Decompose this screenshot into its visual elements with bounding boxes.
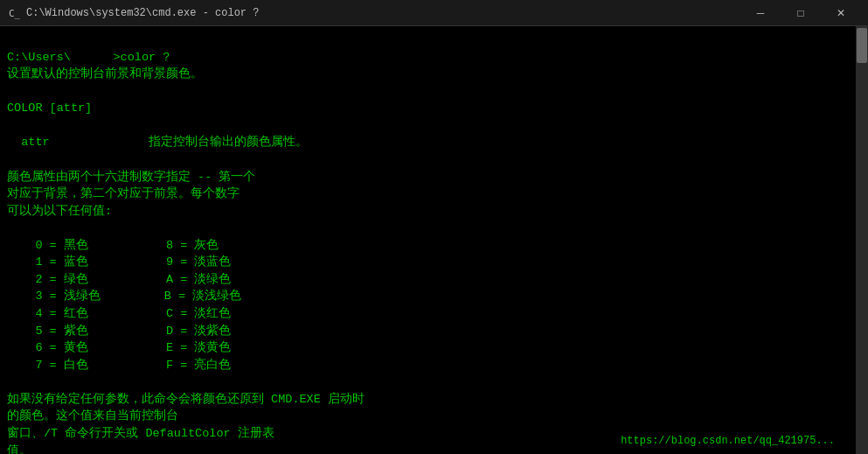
terminal-line-12: 4 = 红色 C = 淡红色 xyxy=(7,307,231,320)
terminal-line-9: 1 = 蓝色 9 = 淡蓝色 xyxy=(7,255,231,269)
app-icon: C_ xyxy=(7,6,21,20)
terminal-line-3: COLOR [attr] xyxy=(7,101,92,115)
terminal-line-11: 3 = 浅绿色 B = 淡浅绿色 xyxy=(7,290,241,303)
terminal-line-2: 设置默认的控制台前景和背景颜色。 xyxy=(7,67,203,80)
scrollbar-thumb[interactable] xyxy=(857,28,867,63)
terminal-line-13: 5 = 紫色 D = 淡紫色 xyxy=(7,325,231,338)
window-title: C:\Windows\system32\cmd.exe - color ? xyxy=(26,7,740,19)
terminal-output: C:\Users\ >color ? 设置默认的控制台前景和背景颜色。 COLO… xyxy=(7,31,861,454)
titlebar: C_ C:\Windows\system32\cmd.exe - color ?… xyxy=(0,0,868,26)
terminal-line-8: 0 = 黑色 8 = 灰色 xyxy=(7,239,219,252)
maximize-button[interactable]: □ xyxy=(781,0,821,26)
terminal-line-7: 可以为以下任何值: xyxy=(7,205,112,218)
terminal-line-18: 窗口、/T 命令行开关或 DefaultColor 注册表 xyxy=(7,427,274,440)
terminal-line-15: 7 = 白色 F = 亮白色 xyxy=(7,359,231,372)
terminal-line-17: 的颜色。这个值来自当前控制台 xyxy=(7,409,178,423)
terminal-line-19: 值。 xyxy=(7,444,31,455)
terminal-line-14: 6 = 黄色 E = 淡黄色 xyxy=(7,341,231,354)
terminal-line-16: 如果没有给定任何参数，此命令会将颜色还原到 CMD.EXE 启动时 xyxy=(7,393,365,406)
terminal-line-5: 颜色属性由两个十六进制数字指定 -- 第一个 xyxy=(7,171,255,184)
svg-text:C_: C_ xyxy=(9,8,20,19)
minimize-button[interactable]: ─ xyxy=(740,0,781,26)
window: C_ C:\Windows\system32\cmd.exe - color ?… xyxy=(0,0,868,454)
terminal-line-1: C:\Users\ >color ? xyxy=(7,51,170,64)
scrollbar[interactable] xyxy=(856,26,868,454)
close-button[interactable]: ✕ xyxy=(821,0,861,26)
terminal-line-6: 对应于背景，第二个对应于前景。每个数字 xyxy=(7,187,240,200)
terminal-content: C:\Users\ >color ? 设置默认的控制台前景和背景颜色。 COLO… xyxy=(0,26,868,454)
terminal-line-10: 2 = 绿色 A = 淡绿色 xyxy=(7,273,231,286)
window-controls: ─ □ ✕ xyxy=(740,0,861,26)
terminal-line-4: attr 指定控制台输出的颜色属性。 xyxy=(7,136,308,149)
url-text: https://blog.csdn.net/qq_421975... xyxy=(621,434,852,449)
